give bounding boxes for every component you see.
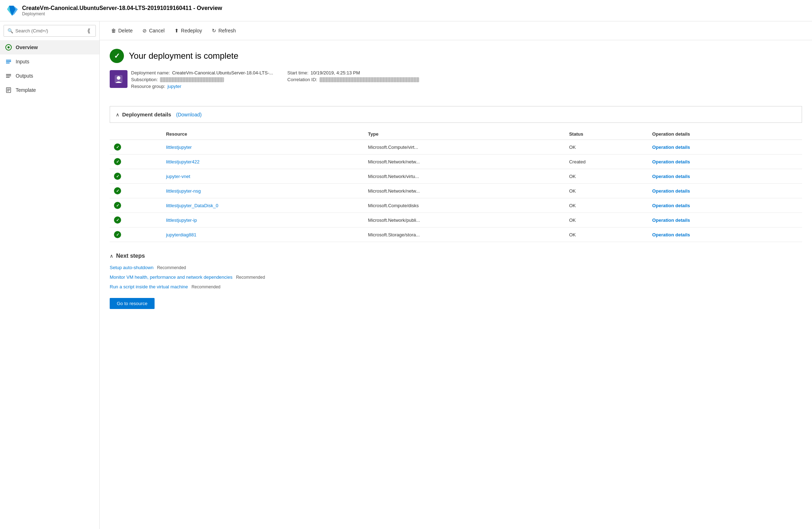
sidebar-item-inputs[interactable]: Inputs — [0, 54, 99, 69]
sidebar-item-template[interactable]: Template — [0, 83, 99, 97]
refresh-button[interactable]: ↻ Refresh — [208, 26, 240, 36]
next-step-item: Monitor VM health, performance and netwo… — [110, 274, 802, 280]
resource-link[interactable]: littlestjupyter — [166, 145, 192, 150]
cancel-icon: ⊘ — [142, 28, 147, 33]
sidebar-item-outputs[interactable]: Outputs — [0, 69, 99, 83]
go-to-resource-button[interactable]: Go to resource — [110, 298, 155, 309]
row-operation-details: Operation details — [648, 169, 802, 184]
delete-icon: 🗑 — [111, 28, 116, 33]
col-resource-label: Resource — [162, 129, 364, 140]
resource-group-link[interactable]: jupyter — [167, 84, 181, 89]
next-step-badge: Recommended — [157, 265, 186, 270]
deployment-details-title: Deployment details — [122, 111, 171, 117]
row-type: Microsoft.Compute/disks — [364, 198, 565, 213]
deployment-info: Deployment name: CreateVm-Canonical.Ubun… — [131, 70, 419, 89]
table-row: littlestjupyter-nsgMicrosoft.Network/net… — [110, 184, 802, 198]
search-icon: 🔍 — [7, 28, 13, 33]
operation-details-link[interactable]: Operation details — [652, 145, 690, 150]
deployment-name-label: Deployment name: — [131, 70, 170, 75]
outputs-icon — [5, 72, 12, 79]
resource-link[interactable]: littlestjupyter422 — [166, 159, 199, 164]
svg-rect-5 — [6, 60, 11, 61]
row-operation-details: Operation details — [648, 154, 802, 169]
delete-button[interactable]: 🗑 Delete — [107, 26, 137, 36]
row-success-icon — [114, 231, 121, 238]
sidebar-label-outputs: Outputs — [16, 73, 33, 79]
row-success-icon — [114, 187, 121, 194]
table-row: littlestjupyter422Microsoft.Network/netw… — [110, 154, 802, 169]
next-step-link[interactable]: Setup auto-shutdown — [110, 265, 153, 270]
sidebar-label-inputs: Inputs — [16, 59, 29, 64]
next-step-link[interactable]: Run a script inside the virtual machine — [110, 284, 188, 289]
table-row: littlestjupyter-ipMicrosoft.Network/publ… — [110, 213, 802, 227]
svg-rect-13 — [7, 90, 10, 90]
sidebar-item-overview[interactable]: Overview — [0, 40, 99, 54]
col-status: Status — [565, 129, 648, 140]
operation-details-link[interactable]: Operation details — [652, 174, 690, 179]
row-operation-details: Operation details — [648, 227, 802, 242]
col-op: Operation details — [648, 129, 802, 140]
cancel-label: Cancel — [149, 28, 165, 33]
next-step-badge: Recommended — [236, 275, 265, 280]
row-operation-details: Operation details — [648, 198, 802, 213]
refresh-label: Refresh — [218, 28, 236, 33]
svg-rect-6 — [6, 61, 11, 62]
row-success-icon — [114, 143, 121, 151]
redeploy-button[interactable]: ⬆ Redeploy — [170, 26, 206, 36]
start-time-label: Start time: — [287, 70, 308, 75]
row-operation-details: Operation details — [648, 140, 802, 154]
row-resource: littlestjupyter-nsg — [162, 184, 364, 198]
next-steps-title: Next steps — [116, 253, 145, 259]
row-operation-details: Operation details — [648, 184, 802, 198]
row-resource: jupyterdiag881 — [162, 227, 364, 242]
next-steps-list: Setup auto-shutdownRecommendedMonitor VM… — [110, 265, 802, 289]
operation-details-link[interactable]: Operation details — [652, 159, 690, 164]
top-header: CreateVm-Canonical.UbuntuServer-18.04-LT… — [0, 0, 812, 21]
operation-details-link[interactable]: Operation details — [652, 218, 690, 223]
next-step-link[interactable]: Monitor VM health, performance and netwo… — [110, 274, 233, 280]
row-resource: littlestjupyter422 — [162, 154, 364, 169]
refresh-icon: ↻ — [212, 28, 216, 33]
resource-link[interactable]: littlestjupyter_DataDisk_0 — [166, 203, 218, 208]
content-area: 🗑 Delete ⊘ Cancel ⬆ Redeploy ↻ Refresh Y… — [100, 21, 812, 529]
redeploy-icon: ⬆ — [175, 28, 179, 33]
row-type: Microsoft.Network/virtu... — [364, 169, 565, 184]
header-text: CreateVm-Canonical.UbuntuServer-18.04-LT… — [22, 5, 222, 16]
row-status-icon-cell — [110, 140, 162, 154]
start-time-row: Start time: 10/19/2019, 4:25:13 PM — [287, 70, 419, 75]
search-box[interactable]: 🔍 Search (Cmd+/) ⟪ — [4, 25, 96, 37]
row-operation-details: Operation details — [648, 213, 802, 227]
operation-details-link[interactable]: Operation details — [652, 188, 690, 194]
deployment-details-section[interactable]: ∧ Deployment details (Download) — [110, 106, 802, 123]
nav-items: Overview Inputs Outputs Template — [0, 40, 99, 97]
resource-link[interactable]: jupyter-vnet — [166, 174, 190, 179]
row-status-icon-cell — [110, 184, 162, 198]
row-type: Microsoft.Storage/stora... — [364, 227, 565, 242]
row-status-icon-cell — [110, 154, 162, 169]
start-time-value: 10/19/2019, 4:25:13 PM — [311, 70, 360, 75]
row-success-icon — [114, 216, 121, 224]
col-resource — [110, 129, 162, 140]
next-step-item: Setup auto-shutdownRecommended — [110, 265, 802, 270]
sidebar-label-template: Template — [16, 87, 36, 93]
next-steps-header[interactable]: ∧ Next steps — [110, 253, 802, 259]
resource-link[interactable]: littlestjupyter-nsg — [166, 188, 201, 194]
operation-details-link[interactable]: Operation details — [652, 203, 690, 208]
deployment-name-row: Deployment name: CreateVm-Canonical.Ubun… — [131, 70, 273, 75]
deployment-icon-box — [110, 70, 127, 88]
cancel-button[interactable]: ⊘ Cancel — [138, 26, 169, 36]
resource-link[interactable]: littlestjupyter-ip — [166, 218, 197, 223]
svg-point-4 — [7, 46, 10, 48]
resource-link[interactable]: jupyterdiag881 — [166, 232, 196, 237]
redeploy-label: Redeploy — [181, 28, 202, 33]
row-type: Microsoft.Network/netw... — [364, 184, 565, 198]
row-status: OK — [565, 198, 648, 213]
operation-details-link[interactable]: Operation details — [652, 232, 690, 237]
row-status: OK — [565, 184, 648, 198]
deploy-info: Deployment name: CreateVm-Canonical.Ubun… — [131, 70, 419, 98]
deployment-info-right: Start time: 10/19/2019, 4:25:13 PM Corre… — [287, 70, 419, 82]
collapse-button[interactable]: ⟪ — [86, 27, 92, 34]
row-resource: jupyter-vnet — [162, 169, 364, 184]
download-link[interactable]: (Download) — [176, 112, 202, 117]
sidebar-label-overview: Overview — [16, 44, 38, 50]
